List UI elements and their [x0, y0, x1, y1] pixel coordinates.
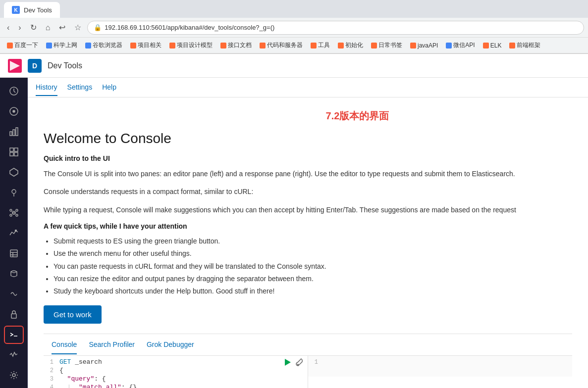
tab-grok-debugger[interactable]: Grok Debugger	[147, 336, 194, 354]
sidebar-icon-dashboard[interactable]	[4, 143, 24, 161]
home-button[interactable]: ⌂	[43, 21, 53, 34]
tip-3: You can paste requests in cURL format an…	[53, 260, 572, 273]
bookmark-label: 日常书签	[378, 41, 402, 49]
sidebar-icon-ml[interactable]	[4, 203, 24, 222]
address-bar[interactable]: 🔒 192.168.69.110:5601/app/kibana#/dev_to…	[87, 21, 584, 35]
sidebar-icon-clock[interactable]	[4, 82, 24, 100]
editor-area: 1 GET _search 2 { 3 "query": {	[44, 355, 572, 377]
sidebar-icon-dev-tools[interactable]	[4, 326, 24, 344]
bookmark-baiduyixia[interactable]: 百度一下	[4, 40, 41, 51]
tab-history[interactable]: History	[36, 79, 57, 96]
bookmark-label: 科学上网	[53, 41, 77, 49]
bookmark-frontend[interactable]: 前端框架	[506, 40, 543, 51]
editor-line-2: 2 {	[44, 366, 308, 375]
bookmark-kexueshangwang[interactable]: 科学上网	[43, 40, 80, 51]
bookmark-tools[interactable]: 工具	[308, 40, 333, 51]
bookmark-icon-code	[260, 43, 266, 48]
sidebar-icon-siem[interactable]	[4, 244, 24, 262]
bookmark-elk[interactable]: ELK	[480, 41, 505, 50]
bookmark-icon-baiduyixia	[7, 43, 13, 48]
browser-tabs-bar: K Dev Tools	[0, 0, 588, 18]
sidebar-icon-apm[interactable]	[4, 224, 24, 242]
bookmark-icon-frontend	[509, 43, 515, 48]
bookmark-icon-elk	[483, 43, 489, 48]
paragraph-1: The Console UI is split into two panes: …	[44, 168, 572, 179]
bookmark-label: 项目设计模型	[177, 41, 213, 49]
welcome-content: 7.2版本的界面 Welcome to Console Quick intro …	[28, 97, 588, 388]
response-line-1: 1	[308, 358, 572, 366]
browser-toolbar: ‹ › ↻ ⌂ ↩ ☆ 🔒 192.168.69.110:5601/app/ki…	[0, 18, 588, 38]
active-browser-tab[interactable]: K Dev Tools	[4, 2, 60, 18]
run-query-button[interactable]	[283, 358, 292, 369]
svg-rect-9	[14, 148, 18, 151]
app-logo-d: D	[28, 59, 42, 73]
bookmark-init[interactable]: 初始化	[335, 40, 366, 51]
sidebar-icon-lock[interactable]	[4, 305, 24, 324]
back-button[interactable]: ‹	[4, 21, 12, 34]
editor-actions	[283, 358, 304, 369]
response-pane: 1	[308, 356, 572, 377]
svg-point-20	[15, 230, 16, 231]
content-area: History Settings Help 7.2版本的界面 Welcome t…	[28, 78, 588, 388]
app-header: D Dev Tools	[0, 54, 588, 78]
sidebar-icon-monitoring[interactable]	[4, 346, 24, 364]
svg-point-15	[10, 209, 12, 211]
editor-line-1: 1 GET _search	[44, 358, 308, 366]
bookmark-icon-design	[169, 43, 175, 48]
bookmark-daily[interactable]: 日常书签	[368, 40, 405, 51]
tab-title: Dev Tools	[24, 6, 52, 14]
welcome-title: Welcome to Console	[44, 131, 572, 146]
bookmark-label: ELK	[490, 42, 502, 49]
editor-pane[interactable]: 1 GET _search 2 { 3 "query": {	[44, 356, 308, 388]
bookmark-icon-tools	[311, 43, 317, 48]
bookmark-icon-project	[130, 43, 136, 48]
sidebar-icon-maps[interactable]	[4, 183, 24, 201]
bookmark-label: 百度一下	[14, 41, 38, 49]
svg-marker-12	[10, 168, 18, 176]
paragraph-3: While typing a request, Console will mak…	[44, 204, 572, 215]
bookmark-icon-init	[338, 43, 344, 48]
nav-tabs: History Settings Help	[28, 78, 588, 97]
svg-rect-5	[10, 132, 12, 136]
quick-intro-title: Quick intro to the UI	[44, 154, 572, 162]
bookmark-code-server[interactable]: 代码和服务器	[257, 40, 306, 51]
sidebar-icon-logs[interactable]	[4, 264, 24, 283]
bookmark-icon-wechat	[446, 43, 452, 48]
svg-point-29	[297, 364, 299, 365]
tab-console[interactable]: Console	[52, 336, 77, 354]
bookmark-api-docs[interactable]: 接口文档	[217, 40, 255, 51]
bookmark-label: javaAPI	[418, 42, 438, 49]
sidebar-icon-canvas[interactable]	[4, 163, 24, 181]
get-to-work-button[interactable]: Get to work	[44, 305, 102, 324]
svg-rect-6	[13, 130, 15, 136]
bookmark-label: 项目相关	[138, 41, 161, 49]
editor-line-3: 3 "query": {	[44, 375, 308, 383]
bookmark-icon-api-docs	[220, 43, 226, 48]
tab-help[interactable]: Help	[102, 79, 116, 96]
svg-rect-10	[10, 152, 13, 156]
tab-settings[interactable]: Settings	[67, 79, 93, 96]
tips-list: Submit requests to ES using the green tr…	[44, 235, 572, 297]
bookmark-wechat[interactable]: 微信API	[443, 40, 478, 51]
bookmark-icon-kexue	[46, 43, 52, 48]
bookmarks-bar: 百度一下 科学上网 谷歌浏览器 项目相关 项目设计模型 接口文档	[0, 38, 588, 53]
sidebar-icon-visualize[interactable]	[4, 122, 24, 141]
bookmark-javaapi[interactable]: javaAPI	[407, 41, 441, 50]
bookmark-design[interactable]: 项目设计模型	[166, 40, 215, 51]
bookmark-label: 代码和服务器	[267, 41, 303, 49]
bookmark-google-browser[interactable]: 谷歌浏览器	[82, 40, 125, 51]
reload-button[interactable]: ↻	[27, 21, 40, 34]
tip-1: Submit requests to ES using the green tr…	[53, 235, 572, 247]
sidebar-icon-discover[interactable]	[4, 102, 24, 120]
bookmark-label: 前端框架	[517, 41, 540, 49]
sidebar-icon-settings[interactable]	[4, 366, 24, 385]
bookmark-project[interactable]: 项目相关	[127, 40, 164, 51]
forward-button[interactable]: ›	[15, 21, 24, 34]
bookmark-button[interactable]: ☆	[71, 21, 84, 34]
wrench-menu-button[interactable]	[295, 358, 304, 369]
sidebar-icon-uptime[interactable]	[4, 285, 24, 303]
tab-search-profiler[interactable]: Search Profiler	[89, 336, 135, 354]
svg-point-27	[12, 374, 15, 377]
undo-button[interactable]: ↩	[56, 21, 68, 34]
app-title: Dev Tools	[48, 61, 82, 70]
